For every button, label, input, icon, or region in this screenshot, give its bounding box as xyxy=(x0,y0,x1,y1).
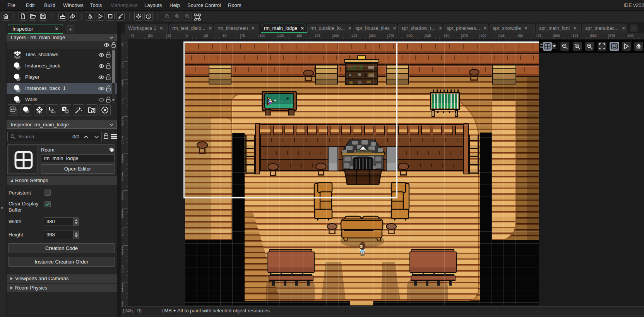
svg-text:?: ? xyxy=(147,15,149,19)
